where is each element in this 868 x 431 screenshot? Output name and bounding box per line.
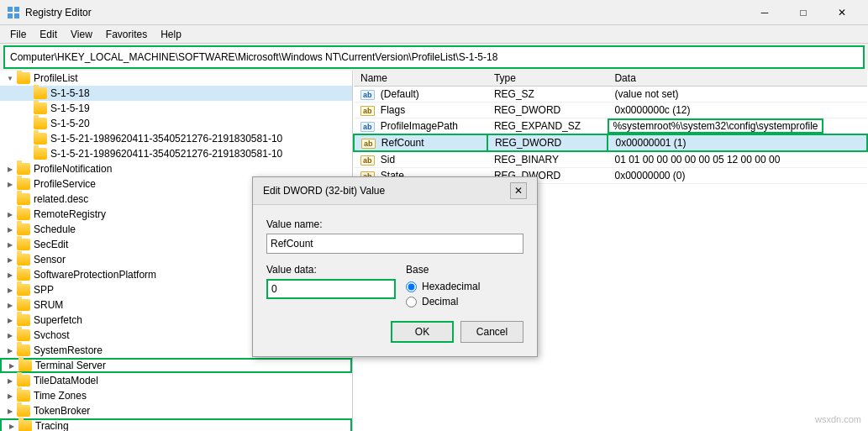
base-section: Base Hexadecimal Decimal	[406, 264, 523, 307]
svg-rect-2	[8, 13, 13, 18]
cell-type: REG_EXPAND_SZ	[487, 118, 608, 135]
cell-name: ab Sid	[354, 151, 487, 168]
folder-icon	[18, 420, 32, 431]
expand-icon: ▶	[3, 283, 17, 297]
svg-rect-0	[8, 7, 13, 12]
folder-icon	[34, 87, 47, 99]
expand-icon: ▶	[3, 298, 17, 312]
address-bar[interactable]: Computer\HKEY_LOCAL_MACHINE\SOFTWARE\Mic…	[3, 45, 865, 69]
expand-icon	[20, 147, 34, 160]
expand-icon: ▶	[3, 223, 17, 236]
cell-type: REG_DWORD	[487, 134, 608, 151]
reg-icon: ab	[360, 90, 375, 100]
cell-data: 0x00000000 (0)	[608, 168, 867, 184]
address-path: Computer\HKEY_LOCAL_MACHINE\SOFTWARE\Mic…	[10, 51, 497, 63]
expand-icon: ▶	[5, 359, 18, 372]
menu-item-help[interactable]: Help	[154, 27, 188, 42]
col-data: Data	[608, 71, 867, 87]
tree-item-s-1-5-19[interactable]: S-1-5-19	[0, 101, 352, 116]
expand-icon: ▼	[3, 71, 17, 85]
minimize-button[interactable]: ─	[745, 0, 784, 25]
folder-icon	[17, 329, 30, 341]
tree-item-timezones[interactable]: ▶ Time Zones	[0, 388, 352, 403]
dialog-close-button[interactable]: ✕	[510, 182, 527, 199]
tree-item-s-1-5-18[interactable]: S-1-5-18	[0, 86, 352, 101]
tree-item-tokenbroker[interactable]: ▶ TokenBroker	[0, 403, 352, 418]
base-label: Base	[406, 264, 523, 276]
folder-icon	[34, 102, 47, 114]
cell-data: %systemroot%\system32\config\systemprofi…	[608, 118, 823, 134]
decimal-label: Decimal	[422, 296, 458, 307]
folder-icon	[34, 148, 47, 160]
cell-name: ab Flags	[354, 102, 487, 118]
maximize-button[interactable]: □	[784, 0, 823, 25]
tree-item-terminal-server[interactable]: ▶ Terminal Server	[0, 358, 352, 373]
expand-icon: ▶	[3, 177, 17, 191]
dialog-body: Value name: Value data: Base Hexadecimal…	[253, 205, 537, 356]
folder-icon	[17, 178, 30, 190]
expand-icon: ▶	[5, 419, 18, 431]
expand-icon: ▶	[3, 313, 17, 327]
close-button[interactable]: ✕	[823, 0, 861, 25]
radio-hexadecimal[interactable]: Hexadecimal	[406, 281, 523, 292]
dialog-row: Value data: Base Hexadecimal Decimal	[266, 264, 523, 307]
table-row[interactable]: ab ProfileImagePath REG_EXPAND_SZ %syste…	[354, 118, 867, 135]
value-data-input[interactable]	[266, 279, 396, 299]
ok-button[interactable]: OK	[391, 321, 454, 343]
tree-item-tiledatamodel[interactable]: ▶ TileDataModel	[0, 373, 352, 388]
folder-icon	[17, 254, 30, 265]
tree-item-s-1-5-21-a[interactable]: S-1-5-21-1989620411-3540521276-219183058…	[0, 131, 352, 146]
folder-icon	[17, 375, 30, 386]
tree-item-profilelist[interactable]: ▼ ProfileList	[0, 71, 352, 86]
table-row[interactable]: ab (Default) REG_SZ (value not set)	[354, 87, 867, 102]
expand-icon	[3, 192, 17, 206]
folder-icon	[17, 390, 30, 402]
watermark: wsxdn.com	[815, 414, 861, 424]
value-name-input[interactable]	[266, 234, 523, 254]
cell-data: (value not set)	[608, 87, 867, 102]
svg-rect-3	[14, 13, 19, 18]
table-row[interactable]: ab Sid REG_BINARY 01 01 00 00 00 00 00 0…	[354, 151, 867, 168]
tree-item-tracing[interactable]: ▶ Tracing	[0, 418, 352, 431]
menu-item-file[interactable]: File	[3, 27, 33, 42]
cell-data: 0x00000001 (1)	[608, 134, 867, 151]
tree-item-s-1-5-21-b[interactable]: S-1-5-21-1989620411-3540521276-219183058…	[0, 146, 352, 161]
col-type: Type	[487, 71, 608, 87]
col-name: Name	[354, 71, 487, 87]
tree-item-profilenotification[interactable]: ▶ ProfileNotification	[0, 161, 352, 176]
folder-icon	[17, 344, 30, 356]
svg-rect-1	[14, 7, 19, 12]
folder-icon	[17, 284, 30, 296]
expand-icon: ▶	[3, 238, 17, 251]
table-row-refcount[interactable]: ab RefCount REG_DWORD 0x00000001 (1)	[354, 134, 867, 151]
table-row[interactable]: ab Flags REG_DWORD 0x0000000c (12)	[354, 102, 867, 118]
cell-data: 0x0000000c (12)	[608, 102, 867, 118]
tree-item-s-1-5-20[interactable]: S-1-5-20	[0, 116, 352, 131]
expand-icon: ▶	[3, 389, 17, 402]
folder-icon	[17, 163, 30, 175]
cell-type: REG_BINARY	[487, 151, 608, 168]
expand-icon: ▶	[3, 344, 17, 357]
dialog-buttons: OK Cancel	[266, 321, 523, 343]
app-icon	[7, 6, 20, 19]
folder-icon	[17, 299, 30, 311]
menu-item-edit[interactable]: Edit	[33, 27, 64, 42]
edit-dword-dialog: Edit DWORD (32-bit) Value ✕ Value name: …	[252, 176, 538, 357]
folder-icon	[17, 193, 30, 205]
cancel-button[interactable]: Cancel	[460, 321, 523, 343]
radio-decimal[interactable]: Decimal	[406, 296, 523, 307]
menu-item-view[interactable]: View	[64, 27, 99, 42]
dialog-title: Edit DWORD (32-bit) Value	[263, 185, 385, 197]
cell-data: 01 01 00 00 00 00 00 05 12 00 00 00	[608, 151, 867, 168]
registry-table: Name Type Data ab (Default) REG_SZ (valu…	[353, 71, 868, 184]
menu-item-favorites[interactable]: Favorites	[99, 27, 154, 42]
cell-type: REG_SZ	[487, 87, 608, 102]
expand-icon: ▶	[3, 162, 17, 176]
expand-icon	[20, 117, 34, 130]
folder-icon	[17, 208, 30, 220]
menu-bar: FileEditViewFavoritesHelp	[0, 25, 868, 44]
folder-icon	[17, 269, 30, 281]
cell-name: ab (Default)	[354, 87, 487, 102]
value-data-label: Value data:	[266, 264, 396, 276]
dialog-title-bar: Edit DWORD (32-bit) Value ✕	[253, 177, 537, 205]
